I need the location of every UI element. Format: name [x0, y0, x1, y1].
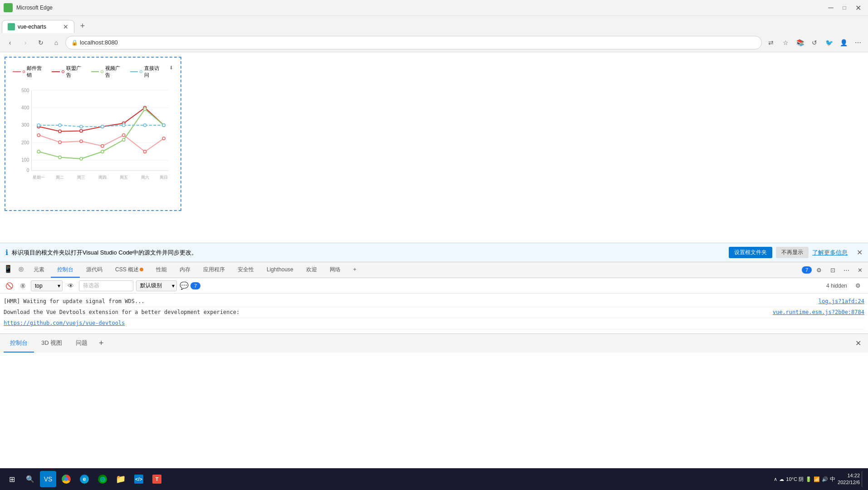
main-content: 邮件营销 联盟广告 视频广告 直接访问 ⬇	[0, 52, 868, 243]
taskbar-clock[interactable]: 14:22 2022/12/6	[837, 472, 860, 486]
console-line-2: Download the Vue Devtools extension for …	[4, 307, 864, 318]
svg-text:周六: 周六	[141, 175, 149, 180]
settings-icon[interactable]: ⋯	[852, 36, 864, 49]
explorer-taskbar-icon[interactable]: 📁	[112, 471, 129, 487]
forward-btn[interactable]: ›	[19, 36, 32, 49]
console-link-2[interactable]: vue.runtime.esm.js?2b0e:8784	[773, 308, 864, 317]
favorites-icon[interactable]: ☆	[779, 36, 792, 49]
code-taskbar-icon[interactable]: </>	[131, 471, 147, 487]
svg-point-28	[59, 130, 61, 132]
devtools-more-btn[interactable]: ⋯	[840, 264, 853, 276]
add-panel-btn[interactable]: +	[95, 337, 107, 350]
browser-tab-active[interactable]: vue-echarts ✕	[2, 20, 74, 33]
tab-network[interactable]: 网络	[323, 262, 347, 278]
level-dropdown[interactable]: 默认级别 ▾	[136, 280, 177, 291]
tab-sources[interactable]: 源代码	[80, 262, 109, 278]
back-btn[interactable]: ‹	[4, 36, 16, 49]
notification-text: 标识项目的根文件夹以打开Visual Studio Code中的源文件并同步更改…	[12, 249, 725, 257]
devtools-tabs: 📱 ◎ 元素 控制台 源代码 CSS 概述 性能 内存 应用程序 安全性 Lig…	[0, 262, 868, 278]
chrome-taskbar-icon[interactable]	[58, 471, 74, 487]
new-tab-btn[interactable]: +	[76, 20, 89, 32]
console-settings-icon[interactable]: ⚙	[852, 279, 864, 292]
clock-date: 2022/12/6	[837, 479, 860, 486]
devtools-inspect-icon[interactable]: ◎	[15, 262, 27, 275]
download-icon[interactable]: ⬇	[169, 65, 173, 78]
svg-point-35	[59, 156, 61, 159]
tab-lighthouse[interactable]: Lighthouse	[260, 262, 300, 278]
vscode-taskbar-icon[interactable]: VS	[40, 471, 56, 487]
twitter-icon[interactable]: 🐦	[823, 36, 835, 49]
svg-point-42	[59, 124, 61, 127]
svg-text:100: 100	[21, 157, 29, 162]
svg-text:0: 0	[27, 168, 29, 173]
systray: ∧ ☁ 10°C 阴 🔋 📶 🔊 中	[774, 475, 835, 483]
weather-icon: ☁	[779, 476, 784, 482]
console-toolbar: 🚫 ⑧ top ▾ 👁 筛选器 默认级别 ▾ 💬 7 4 hidden ⚙	[0, 278, 868, 294]
pause-exceptions-btn[interactable]: ⑧	[17, 280, 28, 291]
tab-add-btn[interactable]: +	[347, 262, 363, 278]
devtools-device-icon[interactable]: 📱	[2, 262, 15, 275]
clear-console-btn[interactable]: 🚫	[4, 280, 15, 291]
legend-email: 邮件营销	[13, 65, 44, 78]
msedge-taskbar-icon[interactable]: 🌐	[94, 471, 111, 487]
tab-memory[interactable]: 内存	[173, 262, 197, 278]
level-value: 默认级别	[140, 282, 162, 289]
filter-input[interactable]: 筛选器	[79, 280, 133, 291]
svg-point-38	[122, 138, 125, 141]
collections-icon[interactable]: 📚	[794, 36, 806, 49]
tab-close-btn[interactable]: ✕	[63, 23, 68, 30]
clock-time: 14:22	[837, 472, 860, 479]
devtools-close-btn[interactable]: ✕	[853, 264, 866, 276]
svg-point-22	[80, 140, 83, 142]
refresh-btn[interactable]: ↻	[34, 36, 47, 49]
svg-point-44	[101, 125, 104, 128]
svg-text:400: 400	[21, 105, 29, 110]
tab-elements[interactable]: 元素	[27, 262, 51, 278]
svg-point-29	[80, 129, 83, 132]
edge-taskbar-icon[interactable]: e	[76, 471, 93, 487]
browser-refresh-icon[interactable]: ↺	[808, 36, 821, 49]
tab-application[interactable]: 应用程序	[197, 262, 231, 278]
tab-css-overview[interactable]: CSS 概述	[109, 262, 150, 278]
devtools-settings-btn[interactable]: ⚙	[813, 264, 825, 276]
bp-tab-issues[interactable]: 问题	[69, 334, 94, 353]
svg-point-24	[122, 134, 125, 137]
url-text: localhost:8080	[80, 39, 118, 46]
tab-console[interactable]: 控制台	[51, 262, 80, 278]
console-msg-link[interactable]: https://github.com/vuejs/vue-devtools	[4, 319, 864, 328]
address-input[interactable]: 🔒 localhost:8080	[65, 36, 762, 49]
typora-taskbar-icon[interactable]: T	[149, 471, 165, 487]
bp-tab-3d[interactable]: 3D 视图	[35, 334, 68, 353]
windows-start-btn[interactable]: ⊞	[4, 471, 20, 487]
taskbar: ⊞ 🔍 VS e 🌐 📁 </> T ∧ ☁ 10°C 阴 🔋 📶	[0, 468, 868, 490]
css-pin-icon	[140, 268, 143, 271]
translate-icon[interactable]: ⇄	[765, 36, 777, 49]
search-btn[interactable]: 🔍	[22, 471, 38, 487]
close-window-btn[interactable]: ✕	[852, 1, 864, 14]
console-msg-2: Download the Vue Devtools extension for …	[4, 308, 773, 317]
language-icon: 中	[830, 475, 835, 483]
eye-icon[interactable]: 👁	[65, 280, 76, 291]
context-dropdown[interactable]: top ▾	[31, 280, 63, 291]
set-root-folder-btn[interactable]: 设置根文件夹	[729, 247, 772, 258]
learn-more-link[interactable]: 了解更多信息	[812, 249, 848, 257]
close-panel-btn[interactable]: ✕	[852, 337, 864, 350]
profile-icon[interactable]: 👤	[837, 36, 850, 49]
show-desktop-btn[interactable]	[862, 471, 864, 487]
tab-security[interactable]: 安全性	[231, 262, 260, 278]
home-btn[interactable]: ⌂	[50, 36, 63, 49]
notification-close-btn[interactable]: ✕	[857, 248, 863, 257]
title-bar: Microsoft Edge ─ □ ✕	[0, 0, 868, 16]
tab-welcome[interactable]: 欢迎	[300, 262, 323, 278]
svg-point-39	[143, 108, 146, 110]
notification-bar: ℹ 标识项目的根文件夹以打开Visual Studio Code中的源文件并同步…	[0, 243, 868, 262]
svg-point-47	[162, 124, 165, 127]
minimize-btn[interactable]: ─	[824, 1, 837, 14]
devtools-dock-btn[interactable]: ⊡	[826, 264, 839, 276]
systray-expand-icon[interactable]: ∧	[774, 476, 777, 482]
maximize-btn[interactable]: □	[838, 1, 851, 14]
console-link-1[interactable]: log.js?1afd:24	[819, 297, 864, 306]
tab-performance[interactable]: 性能	[150, 262, 173, 278]
dont-show-btn[interactable]: 不再显示	[776, 247, 809, 258]
bp-tab-console[interactable]: 控制台	[4, 334, 34, 353]
